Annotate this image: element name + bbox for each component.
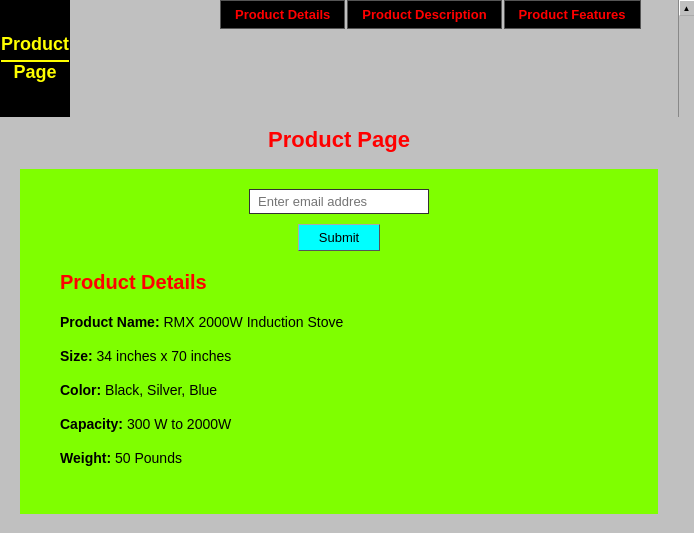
- page-title: Product Page: [20, 127, 658, 153]
- label-capacity: Capacity:: [60, 416, 123, 432]
- value-color: Black, Silver, Blue: [105, 382, 217, 398]
- label-size: Size:: [60, 348, 93, 364]
- nav-tabs: Product Details Product Description Prod…: [220, 0, 641, 117]
- main-content: Product Page Submit Product Details Prod…: [0, 117, 678, 533]
- value-capacity: 300 W to 2000W: [127, 416, 231, 432]
- submit-button[interactable]: Submit: [298, 224, 380, 251]
- logo-line2: Page: [1, 62, 69, 84]
- email-input[interactable]: [249, 189, 429, 214]
- logo: Product Page: [0, 0, 70, 117]
- value-product-name: RMX 2000W Induction Stove: [163, 314, 343, 330]
- label-product-name: Product Name:: [60, 314, 160, 330]
- section-title: Product Details: [60, 271, 628, 294]
- detail-row-name: Product Name: RMX 2000W Induction Stove: [60, 314, 628, 330]
- detail-row-color: Color: Black, Silver, Blue: [60, 382, 628, 398]
- email-form: Submit: [50, 189, 628, 251]
- label-color: Color:: [60, 382, 101, 398]
- detail-row-weight: Weight: 50 Pounds: [60, 450, 628, 466]
- green-content-box: Submit Product Details Product Name: RMX…: [20, 169, 658, 514]
- tab-product-description[interactable]: Product Description: [347, 0, 501, 29]
- scrollbar[interactable]: ▲: [678, 0, 694, 117]
- tab-product-details[interactable]: Product Details: [220, 0, 345, 29]
- logo-line1: Product: [1, 34, 69, 62]
- scroll-up-arrow[interactable]: ▲: [679, 0, 695, 16]
- tab-product-features[interactable]: Product Features: [504, 0, 641, 29]
- detail-row-capacity: Capacity: 300 W to 2000W: [60, 416, 628, 432]
- detail-row-size: Size: 34 inches x 70 inches: [60, 348, 628, 364]
- value-size: 34 inches x 70 inches: [97, 348, 232, 364]
- product-details-section: Product Details Product Name: RMX 2000W …: [50, 271, 628, 466]
- label-weight: Weight:: [60, 450, 111, 466]
- value-weight: 50 Pounds: [115, 450, 182, 466]
- header: Product Page Product Details Product Des…: [0, 0, 694, 117]
